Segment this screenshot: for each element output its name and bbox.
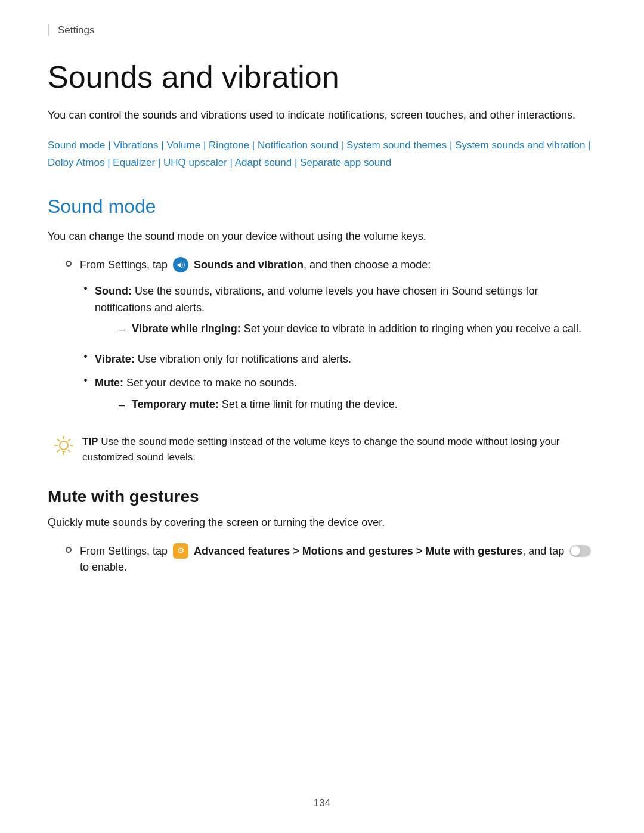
sound-mode-instruction: From Settings, tap Sounds and vibration,… <box>48 257 596 274</box>
nav-links: Sound mode | Vibrations | Volume | Ringt… <box>48 137 596 172</box>
advanced-features-label: Advanced features > Motions and gestures… <box>194 545 522 557</box>
list-item-mute: • Mute: Set your device to make no sound… <box>83 375 596 420</box>
nav-link-system-sound-themes[interactable]: System sound themes <box>346 140 447 151</box>
tip-icon <box>54 435 74 459</box>
nav-link-sound-mode[interactable]: Sound mode <box>48 140 105 151</box>
mute-gestures-instruction: From Settings, tap Advanced features > M… <box>48 543 596 577</box>
advanced-features-icon <box>173 543 188 559</box>
temp-mute-label: Temporary mute: <box>132 398 219 410</box>
sounds-vibration-label: Sounds and vibration <box>194 259 304 271</box>
svg-line-4 <box>58 439 60 441</box>
dash-symbol-1: – <box>119 321 125 338</box>
nav-link-uhq-upscaler[interactable]: UHQ upscaler <box>163 157 227 168</box>
dash-symbol-2: – <box>119 397 125 414</box>
tip-body-text: Use the sound mode setting instead of th… <box>82 436 559 463</box>
intro-paragraph: You can control the sounds and vibration… <box>48 107 596 124</box>
nav-link-adapt-sound[interactable]: Adapt sound <box>235 157 292 168</box>
list-item-sound: • Sound: Use the sounds, vibrations, and… <box>83 283 596 345</box>
sound-mode-description: You can change the sound mode on your de… <box>48 228 596 245</box>
sound-mode-items: • Sound: Use the sounds, vibrations, and… <box>48 283 596 420</box>
tip-sun-icon <box>54 435 74 456</box>
temp-mute-text: Temporary mute: Set a time limit for mut… <box>132 397 398 413</box>
svg-line-6 <box>69 439 70 441</box>
nav-link-notification-sound[interactable]: Notification sound <box>258 140 338 151</box>
mute-gestures-heading: Mute with gestures <box>48 487 596 506</box>
bullet-dot-mute: • <box>83 374 88 388</box>
mute-item-text: Mute: Set your device to make no sounds.… <box>95 375 398 420</box>
bullet-circle-sound-mode <box>66 261 72 267</box>
svg-line-7 <box>58 450 60 451</box>
sound-mode-instruction-text: From Settings, tap Sounds and vibration,… <box>80 257 431 274</box>
bullet-dot-vibrate: • <box>83 350 88 364</box>
sound-sub-items: – Vibrate while ringing: Set your device… <box>95 321 596 338</box>
mute-label: Mute: <box>95 377 123 389</box>
dash-item-temp-mute: – Temporary mute: Set a time limit for m… <box>119 397 398 414</box>
mute-gestures-description: Quickly mute sounds by covering the scre… <box>48 515 596 531</box>
svg-line-5 <box>69 450 70 451</box>
nav-link-ringtone[interactable]: Ringtone <box>209 140 249 151</box>
toggle-switch-icon[interactable] <box>569 545 591 557</box>
breadcrumb-label: Settings <box>58 24 94 36</box>
bullet-dot-sound: • <box>83 282 88 296</box>
mute-gestures-instruction-text: From Settings, tap Advanced features > M… <box>80 543 596 577</box>
bullet-circle-mute-gestures <box>66 547 72 553</box>
page-container: Settings Sounds and vibration You can co… <box>0 0 644 833</box>
nav-link-separate-app-sound[interactable]: Separate app sound <box>300 157 391 168</box>
mute-sub-items: – Temporary mute: Set a time limit for m… <box>95 397 398 414</box>
vibrate-label: Vibrate: <box>95 353 135 365</box>
tip-box: TIP Use the sound mode setting instead o… <box>48 434 596 466</box>
sound-label: Sound: <box>95 285 132 297</box>
svg-point-8 <box>60 441 68 450</box>
tip-label: TIP <box>82 436 98 447</box>
tip-content: TIP Use the sound mode setting instead o… <box>82 434 596 466</box>
nav-link-dolby-atmos[interactable]: Dolby Atmos <box>48 157 104 168</box>
sounds-and-vibration-icon <box>173 257 188 272</box>
nav-link-system-sounds-vibration[interactable]: System sounds and vibration <box>455 140 585 151</box>
sound-item-text: Sound: Use the sounds, vibrations, and v… <box>95 283 596 345</box>
page-number: 134 <box>0 797 644 809</box>
sound-mode-heading: Sound mode <box>48 196 596 218</box>
breadcrumb: Settings <box>48 24 596 36</box>
vibrate-ringing-label: Vibrate while ringing: <box>132 323 241 335</box>
page-title: Sounds and vibration <box>48 60 596 94</box>
vibrate-item-text: Vibrate: Use vibration only for notifica… <box>95 351 351 368</box>
nav-link-equalizer[interactable]: Equalizer <box>113 157 155 168</box>
nav-link-vibrations[interactable]: Vibrations <box>113 140 158 151</box>
dash-item-vibrate-ringing: – Vibrate while ringing: Set your device… <box>119 321 596 338</box>
list-item-vibrate: • Vibrate: Use vibration only for notifi… <box>83 351 596 368</box>
nav-link-volume[interactable]: Volume <box>166 140 200 151</box>
vibrate-ringing-text: Vibrate while ringing: Set your device t… <box>132 321 581 337</box>
